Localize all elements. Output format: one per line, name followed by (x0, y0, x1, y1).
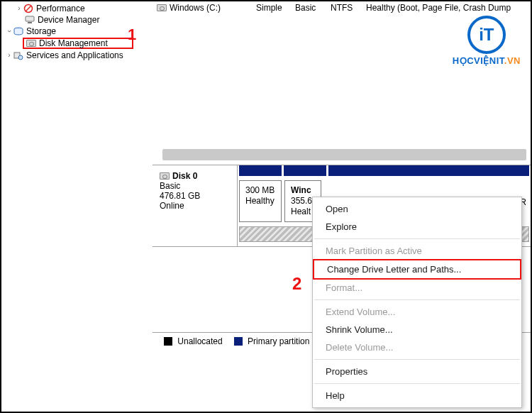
no-entry-icon (23, 3, 34, 14)
disk-state: Online (160, 201, 230, 211)
nav-tree: › Performance Device Manager › Storage D… (1, 1, 153, 412)
volume-name: Windows (C:) (170, 3, 221, 13)
tree-item-diskmgmt[interactable]: Disk Management (23, 38, 133, 49)
disk-type: Basic (160, 181, 230, 191)
partition-1[interactable]: 300 MB Healthy (239, 180, 282, 222)
divider (314, 238, 520, 239)
logo-badge-icon: iT (467, 16, 506, 54)
divider (314, 383, 520, 384)
partition-name: Winc (291, 185, 311, 195)
tree-item-performance[interactable]: › Performance (1, 3, 152, 14)
callout-1: 1 (128, 26, 136, 44)
ctx-properties[interactable]: Properties (313, 363, 521, 380)
tree-label: Services and Applications (26, 50, 123, 61)
volume-type: Simple (252, 3, 291, 13)
svg-rect-3 (28, 22, 32, 23)
legend-primary: Primary partition (248, 336, 309, 346)
callout-2: 2 (292, 274, 301, 294)
drive-icon (160, 172, 170, 180)
tree-label: Device Manager (38, 14, 99, 26)
tree-label: Performance (36, 3, 85, 14)
partition-status: Healthy (245, 196, 277, 206)
ctx-explore[interactable]: Explore (313, 218, 521, 236)
svg-rect-2 (26, 16, 34, 21)
ctx-shrink[interactable]: Shrink Volume... (313, 321, 521, 338)
disk-title: Disk 0 (172, 171, 197, 181)
volume-fs: NTFS (326, 3, 362, 13)
drive-icon (157, 4, 167, 11)
ctx-help[interactable]: Help (313, 387, 521, 404)
ctx-format: Format... (313, 279, 521, 297)
legend-unallocated: Unallocated (177, 336, 222, 346)
services-icon (13, 50, 24, 61)
tree-item-services[interactable]: › Services and Applications (1, 50, 152, 61)
swatch-unallocated (164, 337, 172, 346)
context-menu: Open Explore Mark Partition as Active Ch… (312, 197, 522, 408)
device-icon (24, 14, 35, 26)
divider (314, 299, 520, 300)
ctx-open[interactable]: Open (313, 200, 521, 218)
disk-info[interactable]: Disk 0 Basic 476.81 GB Online (153, 165, 238, 246)
ctx-change-drive-letter[interactable]: Change Drive Letter and Paths... (313, 259, 521, 280)
scrollbar-horizontal[interactable] (162, 149, 526, 160)
tree-label: Storage (26, 26, 56, 37)
ctx-extend: Extend Volume... (313, 303, 521, 321)
tree-item-devmgr[interactable]: Device Manager (1, 14, 152, 26)
divider (314, 359, 520, 360)
ctx-mark-active: Mark Partition as Active (313, 242, 521, 260)
volume-status: Healthy (Boot, Page File, Crash Dump (362, 3, 531, 13)
disk-size: 476.81 GB (160, 191, 230, 201)
swatch-primary (234, 337, 243, 346)
svg-point-6 (18, 55, 23, 60)
volume-layout: Basic (291, 3, 326, 13)
ctx-delete: Delete Volume... (313, 338, 521, 356)
partition-size: 300 MB (245, 185, 277, 196)
tree-label: Disk Management (39, 38, 108, 49)
disk-mgmt-icon (26, 38, 37, 49)
brand-logo: iT HỌCVIỆNIT.VN (453, 16, 521, 66)
svg-line-1 (26, 6, 31, 11)
volume-row[interactable]: Windows (C:) Simple Basic NTFS Healthy (… (153, 1, 531, 14)
